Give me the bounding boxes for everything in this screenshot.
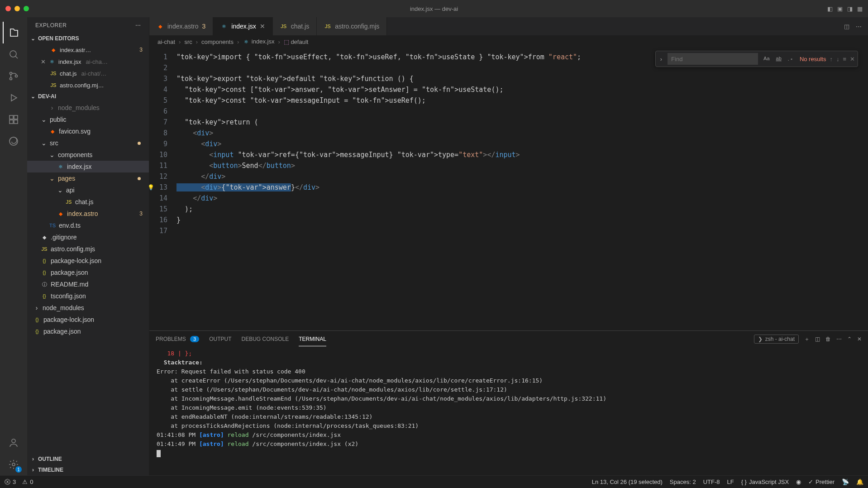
editor-tab[interactable]: JSastro.config.mjs — [317, 17, 387, 35]
status-warnings[interactable]: ⚠ 0 — [22, 478, 33, 485]
file-item[interactable]: ◆favicon.svg — [27, 125, 149, 137]
file-item[interactable]: JSastro.config.mjs — [27, 243, 149, 255]
breadcrumb-item[interactable]: src — [184, 38, 192, 45]
find-expand-icon[interactable]: › — [658, 56, 664, 62]
code-line[interactable]: </div> — [176, 171, 868, 182]
maximize-window-button[interactable] — [24, 6, 29, 11]
project-header[interactable]: ⌄ DEV-AI — [27, 91, 149, 102]
run-debug-activity-icon[interactable] — [3, 87, 24, 109]
open-editor-item[interactable]: JSchat.jsai-chat/… — [27, 67, 149, 79]
code-line[interactable]: ); — [176, 204, 868, 215]
kill-terminal-icon[interactable]: 🗑 — [825, 336, 831, 342]
regex-icon[interactable]: .﹡ — [786, 55, 796, 63]
status-indent[interactable]: Spaces: 2 — [670, 478, 696, 485]
folder-item[interactable]: ⌄api — [27, 184, 149, 196]
code-lines[interactable]: "tok-key">import { "tok-fn">useEffect, "… — [176, 52, 868, 330]
toggle-panel-left-icon[interactable]: ◧ — [827, 5, 833, 12]
status-errors[interactable]: ⓧ 3 — [5, 478, 16, 486]
terminal-selector[interactable]: ❯ zsh - ai-chat — [754, 335, 799, 344]
breadcrumb-item[interactable]: components — [201, 38, 234, 45]
code-line[interactable]: "tok-key">export "tok-key">default "tok-… — [176, 73, 868, 84]
code-line[interactable]: <div>{"tok-var">answer}</div> — [176, 182, 868, 193]
close-panel-icon[interactable]: ✕ — [857, 336, 862, 342]
code-line[interactable]: <button>Send</button> — [176, 160, 868, 171]
file-item[interactable]: {}package.json — [27, 325, 149, 337]
tab-output[interactable]: OUTPUT — [209, 332, 231, 346]
file-item[interactable]: TSenv.d.ts — [27, 220, 149, 231]
tab-close-icon[interactable]: ✕ — [260, 23, 265, 30]
status-eol[interactable]: LF — [727, 478, 734, 485]
find-close-icon[interactable]: ✕ — [850, 56, 855, 62]
breadcrumb-item[interactable]: ⚛ index.jsx — [243, 38, 274, 46]
folder-item[interactable]: ⌄public — [27, 114, 149, 125]
match-case-icon[interactable]: Aa — [762, 55, 771, 63]
status-go-live[interactable]: ◉ — [796, 478, 801, 485]
accounts-activity-icon[interactable] — [3, 432, 24, 454]
status-bell-icon[interactable]: 🔔 — [856, 478, 863, 485]
code-line[interactable]: </div> — [176, 193, 868, 204]
open-editor-item[interactable]: ◆index.astr…3 — [27, 44, 149, 56]
tab-more-icon[interactable]: ⋯ — [856, 23, 862, 30]
code-line[interactable] — [176, 225, 868, 236]
toggle-panel-bottom-icon[interactable]: ▣ — [837, 5, 843, 12]
status-prettier[interactable]: ✓ Prettier — [808, 478, 835, 485]
code-line[interactable]: <div> — [176, 139, 868, 149]
editor-tab[interactable]: ◆index.astro3 — [149, 17, 213, 35]
status-feedback-icon[interactable]: 📡 — [842, 478, 849, 485]
file-item[interactable]: ⓘREADME.md — [27, 278, 149, 290]
open-editor-item[interactable]: JSastro.config.mj… — [27, 79, 149, 91]
match-word-icon[interactable]: ab — [774, 55, 783, 63]
new-terminal-icon[interactable]: ＋ — [804, 335, 810, 343]
tab-debug-console[interactable]: DEBUG CONSOLE — [242, 332, 289, 346]
status-language[interactable]: { } JavaScript JSX — [741, 478, 789, 485]
code-line[interactable]: <input "tok-var">ref={"tok-var">messageI… — [176, 149, 868, 160]
maximize-panel-icon[interactable]: ⌃ — [847, 336, 852, 342]
edge-tools-activity-icon[interactable] — [3, 130, 24, 152]
sidebar-more-icon[interactable]: ⋯ — [135, 22, 141, 29]
folder-item[interactable]: ⌄src — [27, 137, 149, 149]
split-terminal-icon[interactable]: ◫ — [815, 336, 820, 342]
breadcrumb-item[interactable]: ⬚ default — [284, 38, 309, 45]
code-line[interactable]: "tok-key">return ( — [176, 117, 868, 128]
find-selection-icon[interactable]: ≡ — [843, 56, 846, 62]
editor-tab[interactable]: JSchat.js — [273, 17, 317, 35]
status-selection[interactable]: Ln 13, Col 26 (19 selected) — [592, 478, 663, 485]
folder-item[interactable]: ⌄pages — [27, 172, 149, 184]
code-line[interactable]: } — [176, 215, 868, 225]
close-icon[interactable]: ✕ — [41, 58, 46, 65]
extensions-activity-icon[interactable] — [3, 109, 24, 130]
open-editors-header[interactable]: ⌄ OPEN EDITORS — [27, 33, 149, 44]
file-item[interactable]: {}package.json — [27, 267, 149, 278]
code-editor[interactable]: 1234567891011121314151617 "tok-key">impo… — [149, 48, 868, 330]
minimize-window-button[interactable] — [14, 6, 20, 11]
tab-problems[interactable]: PROBLEMS 3 — [156, 332, 199, 346]
file-item[interactable]: {}package-lock.json — [27, 255, 149, 267]
find-next-icon[interactable]: ↓ — [836, 56, 839, 62]
terminal-more-icon[interactable]: ⋯ — [836, 336, 842, 342]
close-window-button[interactable] — [5, 6, 11, 11]
settings-activity-icon[interactable]: 1 — [3, 454, 24, 475]
toggle-panel-right-icon[interactable]: ◨ — [847, 5, 853, 12]
code-line[interactable]: <div> — [176, 128, 868, 139]
code-line[interactable]: "tok-key">const ["tok-var">answer, "tok-… — [176, 84, 868, 95]
explorer-activity-icon[interactable] — [3, 22, 24, 43]
split-editor-icon[interactable]: ◫ — [844, 23, 849, 30]
code-line[interactable] — [176, 106, 868, 117]
file-item[interactable]: ⚛index.jsx — [27, 161, 149, 172]
customize-layout-icon[interactable]: ▦ — [857, 5, 863, 12]
file-item[interactable]: ◆index.astro3 — [27, 208, 149, 220]
breadcrumb-item[interactable]: ai-chat — [157, 38, 175, 45]
file-item[interactable]: {}package-lock.json — [27, 314, 149, 325]
source-control-activity-icon[interactable] — [3, 65, 24, 87]
folder-item[interactable]: ›node_modules — [27, 302, 149, 314]
timeline-header[interactable]: › TIMELINE — [27, 464, 149, 475]
status-encoding[interactable]: UTF-8 — [703, 478, 720, 485]
find-input[interactable] — [668, 53, 758, 65]
tab-terminal[interactable]: TERMINAL — [299, 332, 326, 346]
search-activity-icon[interactable] — [3, 43, 24, 65]
folder-item[interactable]: ⌄components — [27, 149, 149, 161]
code-line[interactable]: "tok-key">const "tok-var">messageInput =… — [176, 95, 868, 106]
terminal-output[interactable]: 18 | }; Stacktrace:Error: Request failed… — [149, 347, 868, 475]
file-item[interactable]: JSchat.js — [27, 196, 149, 208]
outline-header[interactable]: › OUTLINE — [27, 454, 149, 464]
